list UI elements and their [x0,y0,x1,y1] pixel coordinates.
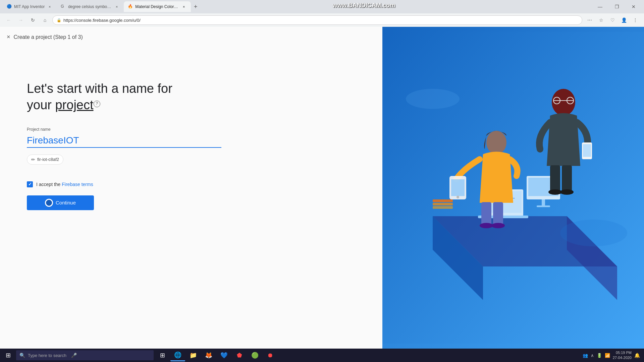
tab-close-3[interactable]: × [181,4,187,10]
info-icon[interactable]: ? [94,101,100,107]
illustration-area [382,27,644,349]
terms-checkbox[interactable]: ✓ [27,181,33,187]
refresh-button[interactable]: ↻ [28,15,38,25]
svg-rect-12 [433,206,453,209]
close-button[interactable]: ✕ [626,1,641,12]
lock-icon: 🔒 [57,18,61,22]
search-icon: 🔍 [19,353,25,358]
firebase-form-area: × Create a project (Step 1 of 3) Let's s… [0,27,382,349]
minimize-button[interactable]: — [592,1,608,12]
close-step-button[interactable]: × Create a project (Step 1 of 3) [7,34,83,41]
browser-chrome: 🔵 MIT App Inventor × G degree celsius sy… [0,0,644,27]
back-button[interactable]: ← [4,15,13,25]
continue-label: Continue [56,200,76,205]
taskbar-app-icons: ⊞ 🌐 📁 🦊 💙 ⬟ 🟢 ⏺ [155,349,278,361]
form-section: Project name ✏ fir-iot-c8af2 ✓ I accept … [27,127,221,210]
taskbar-vscode[interactable]: 💙 [217,349,231,361]
wifi-icon: 📶 [605,353,610,358]
taskbar-explorer[interactable]: 📁 [186,349,201,361]
project-id-badge[interactable]: ✏ fir-iot-c8af2 [27,155,63,165]
home-button[interactable]: ⌂ [40,15,50,25]
taskbar-firefox[interactable]: 🦊 [201,349,216,361]
bookmark-button[interactable]: ♡ [608,15,617,25]
window-controls: — ❐ ✕ [592,1,641,12]
url-bar[interactable]: 🔒 https://console.firebase.google.com/u/… [52,15,582,25]
svg-rect-15 [542,199,545,206]
settings-button[interactable]: ⋮ [631,15,640,25]
browser-tools: ⋯ ☆ ♡ 👤 ⋮ [585,15,640,25]
taskbar-edge[interactable]: 🌐 [170,349,185,361]
taskbar-app-red[interactable]: ⬟ [232,349,247,361]
heading-line2-prefix: your [27,98,55,112]
svg-rect-28 [481,202,491,226]
main-heading: Let's start with a name for your project… [27,80,201,114]
taskbar: ⊞ 🔍 Type here to search 🎤 ⊞ 🌐 📁 🦊 💙 ⬟ 🟢 … [0,349,644,362]
tab-label-1: MIT App Inventor [14,4,45,9]
tab-label-2: degree celsius symbol - Goog... [68,4,112,9]
taskbar-right: 👥 ∧ 🔋 📶 05:19 PM 27-04-2020 🔔 [583,350,643,361]
svg-point-36 [560,220,627,246]
main-content: × Create a project (Step 1 of 3) Let's s… [0,27,644,349]
clock-time: 05:19 PM [613,350,632,355]
project-id-text: fir-iot-c8af2 [37,157,59,162]
svg-point-30 [480,223,493,228]
svg-point-25 [548,189,562,195]
extensions-button[interactable]: ⋯ [585,15,594,25]
url-text: https://console.firebase.google.com/u/0/ [63,18,578,23]
project-name-input[interactable] [27,134,221,148]
tab-bar: 🔵 MIT App Inventor × G degree celsius sy… [0,0,644,13]
svg-rect-10 [433,199,453,202]
people-icon[interactable]: 👥 [583,353,588,358]
edit-icon: ✏ [31,157,35,162]
address-bar: ← → ↻ ⌂ 🔒 https://console.firebase.googl… [0,13,644,27]
spinner-icon [45,199,53,207]
tab-material-design[interactable]: 🔥 Material Design Colors, M... × [124,1,191,12]
taskbar-recorder[interactable]: ⏺ [263,349,278,361]
heading-project-word: project [55,98,93,112]
illustration-svg [382,27,644,349]
svg-rect-23 [550,165,560,192]
svg-rect-11 [433,203,453,205]
tab-favicon-1: 🔵 [7,4,12,9]
mic-button[interactable]: 🎤 [69,350,79,360]
new-tab-button[interactable]: + [191,2,200,11]
heading-line1: Let's start with a name for [27,81,172,96]
svg-point-35 [406,89,460,109]
step-label: Create a project (Step 1 of 3) [14,34,83,40]
favorites-button[interactable]: ☆ [596,15,606,25]
start-button[interactable]: ⊞ [1,349,15,361]
terms-text: I accept the Firebase terms [36,182,93,187]
svg-rect-22 [583,144,591,157]
clock: 05:19 PM 27-04-2020 [613,350,632,361]
clock-date: 27-04-2020 [613,355,632,360]
svg-point-34 [457,196,459,198]
taskbar-globe[interactable]: 🟢 [248,349,262,361]
search-placeholder: Type here to search [28,353,66,358]
tab-mit-app-inventor[interactable]: 🔵 MIT App Inventor × [3,1,57,12]
tab-label-3: Material Design Colors, M... [135,4,179,9]
maximize-button[interactable]: ❐ [609,1,625,12]
project-name-label: Project name [27,127,221,132]
taskbar-taskview[interactable]: ⊞ [155,349,170,361]
profile-button[interactable]: 👤 [619,15,629,25]
tab-close-2[interactable]: × [114,4,120,10]
tab-favicon-3: 🔥 [128,4,133,9]
tab-google-search[interactable]: G degree celsius symbol - Goog... × [57,1,124,12]
tab-close-1[interactable]: × [47,4,53,10]
firebase-terms-link[interactable]: Firebase terms [62,182,93,187]
battery-icon: 🔋 [597,353,602,358]
checkbox-check-icon: ✓ [28,182,32,187]
svg-rect-33 [451,179,465,196]
svg-rect-24 [562,165,572,192]
tab-favicon-2: G [61,4,66,9]
notification-button[interactable]: 🔔 [634,353,640,358]
taskbar-search-bar[interactable]: 🔍 Type here to search 🎤 [16,350,154,360]
forward-button[interactable]: → [16,15,25,25]
svg-point-17 [552,89,575,116]
svg-rect-0 [382,32,644,344]
continue-button[interactable]: Continue [27,195,94,210]
terms-row: ✓ I accept the Firebase terms [27,181,221,187]
expand-icon[interactable]: ∧ [591,353,594,358]
svg-rect-16 [537,205,550,207]
svg-point-27 [486,131,506,154]
